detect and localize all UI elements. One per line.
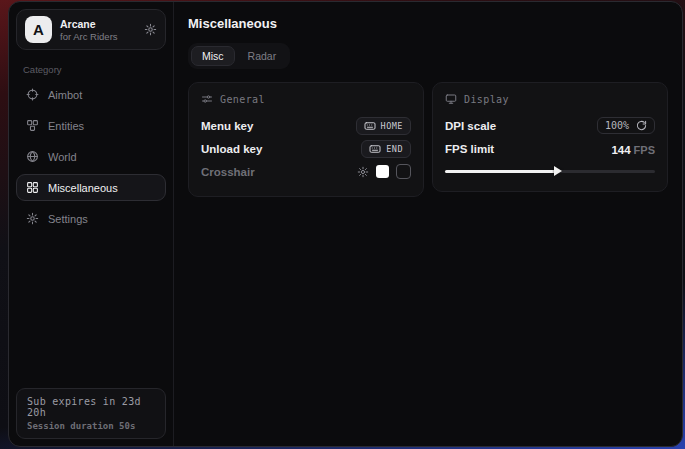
sidebar-item-label: World: [48, 151, 77, 163]
desktop-background: A Arcane for Arc Riders Category: [0, 0, 685, 449]
keyboard-icon: [369, 143, 381, 155]
sidebar-item-miscellaneous[interactable]: Miscellaneous: [16, 174, 166, 201]
dpi-scale-label: DPI scale: [445, 120, 496, 132]
monitor-icon: [445, 93, 457, 105]
unload-key-bind-button[interactable]: END: [361, 140, 411, 158]
sidebar-nav: Aimbot Entities: [9, 81, 173, 232]
page-title: Miscellaneous: [188, 16, 668, 31]
unload-key-row: Unload key END: [201, 137, 411, 160]
dpi-scale-value: 100%: [605, 120, 629, 131]
refresh-icon[interactable]: [636, 120, 647, 131]
brand-subtitle: for Arc Riders: [60, 31, 136, 42]
main-content: Miscellaneous Misc Radar Gene: [174, 2, 682, 446]
fps-limit-unit: FPS: [634, 144, 655, 156]
menu-key-bind-button[interactable]: HOME: [356, 117, 411, 135]
menu-key-row: Menu key HOME: [201, 114, 411, 137]
fps-limit-label: FPS limit: [445, 143, 494, 155]
sidebar-item-entities[interactable]: Entities: [16, 112, 166, 139]
crosshair-icon: [26, 88, 39, 101]
unload-key-label: Unload key: [201, 143, 262, 155]
tab-radar[interactable]: Radar: [237, 46, 288, 66]
display-card: Display DPI scale 100%: [432, 82, 668, 192]
sub-expires-text: Sub expires in 23d 20h: [27, 396, 155, 418]
fps-limit-readout: 144FPS: [611, 140, 655, 158]
gear-icon[interactable]: [357, 166, 369, 178]
cards-row: General Menu key HOME: [188, 82, 668, 197]
dpi-scale-control[interactable]: 100%: [597, 117, 655, 134]
crosshair-row: Crosshair: [201, 160, 411, 183]
globe-icon: [26, 150, 39, 163]
session-duration-text: Session duration 50s: [27, 421, 155, 431]
sidebar: A Arcane for Arc Riders Category: [9, 2, 174, 446]
sidebar-item-label: Settings: [48, 213, 88, 225]
menu-key-label: Menu key: [201, 120, 253, 132]
crosshair-label: Crosshair: [201, 166, 255, 178]
display-card-title: Display: [464, 94, 509, 105]
gear-icon: [26, 212, 39, 225]
slider-fill: [445, 170, 556, 173]
sidebar-item-label: Miscellaneous: [48, 182, 118, 194]
tab-bar: Misc Radar: [188, 43, 290, 69]
sidebar-item-label: Entities: [48, 120, 84, 132]
sliders-icon: [201, 93, 213, 105]
category-label: Category: [23, 64, 159, 75]
brand-card: A Arcane for Arc Riders: [16, 9, 166, 50]
sidebar-item-label: Aimbot: [48, 89, 82, 101]
unload-key-value: END: [386, 144, 403, 154]
menu-key-value: HOME: [381, 121, 403, 131]
display-card-header: Display: [445, 93, 655, 105]
gear-icon[interactable]: [144, 23, 157, 36]
tab-misc[interactable]: Misc: [191, 46, 235, 66]
fps-limit-value: 144: [611, 144, 630, 156]
general-card-header: General: [201, 93, 411, 105]
sidebar-item-settings[interactable]: Settings: [16, 205, 166, 232]
keyboard-icon: [364, 120, 376, 132]
crosshair-checkbox[interactable]: [396, 164, 411, 179]
sidebar-item-aimbot[interactable]: Aimbot: [16, 81, 166, 108]
crosshair-controls: [357, 164, 411, 179]
fps-limit-row: FPS limit 144FPS: [445, 137, 655, 160]
app-logo: A: [25, 16, 52, 43]
boxes-icon: [26, 119, 39, 132]
sidebar-item-world[interactable]: World: [16, 143, 166, 170]
slider-thumb[interactable]: [554, 166, 562, 176]
sidebar-spacer: [9, 232, 173, 381]
general-card: General Menu key HOME: [188, 82, 424, 197]
app-window: A Arcane for Arc Riders Category: [8, 1, 683, 447]
brand-title: Arcane: [60, 18, 136, 30]
dpi-scale-row: DPI scale 100%: [445, 114, 655, 137]
fps-limit-slider[interactable]: [445, 164, 655, 178]
subscription-card: Sub expires in 23d 20h Session duration …: [16, 388, 166, 439]
grid-icon: [26, 181, 39, 194]
general-card-title: General: [220, 94, 265, 105]
crosshair-color-swatch[interactable]: [376, 165, 389, 178]
brand-text: Arcane for Arc Riders: [60, 18, 136, 42]
